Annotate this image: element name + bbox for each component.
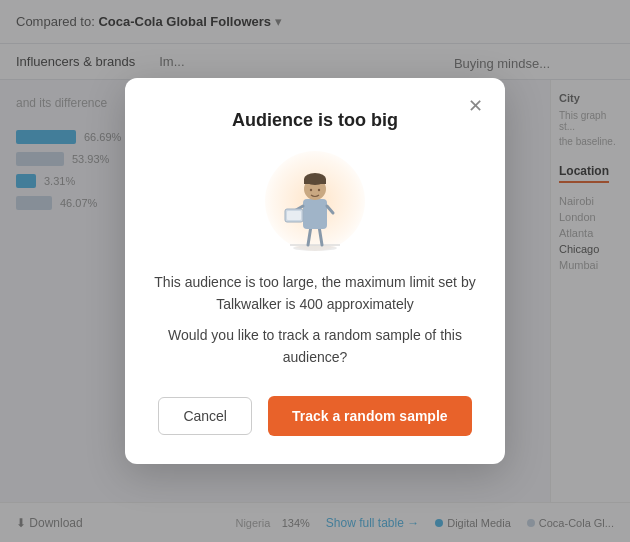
track-random-sample-button[interactable]: Track a random sample — [268, 396, 472, 436]
svg-rect-4 — [303, 199, 327, 229]
modal-dialog: ✕ Audience is too big — [125, 78, 505, 465]
svg-point-12 — [310, 189, 312, 191]
modal-sub-text: Would you like to track a random sample … — [153, 324, 477, 369]
svg-rect-8 — [287, 211, 301, 220]
modal-title: Audience is too big — [153, 110, 477, 131]
close-button[interactable]: ✕ — [461, 92, 489, 120]
illustration-area — [153, 151, 477, 251]
modal-overlay: ✕ Audience is too big — [0, 0, 630, 542]
cancel-button[interactable]: Cancel — [158, 397, 252, 435]
svg-point-13 — [318, 189, 320, 191]
person-figure — [275, 161, 355, 251]
modal-body-text: This audience is too large, the maximum … — [153, 271, 477, 316]
modal-actions: Cancel Track a random sample — [153, 396, 477, 436]
svg-rect-11 — [304, 179, 326, 184]
illustration-wrap — [250, 151, 380, 251]
svg-line-6 — [327, 206, 333, 213]
close-icon: ✕ — [468, 95, 483, 117]
svg-point-0 — [293, 245, 337, 251]
